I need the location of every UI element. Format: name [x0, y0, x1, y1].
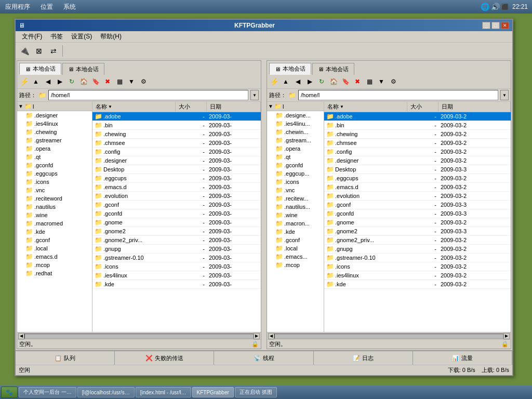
tree-item-macromed-l[interactable]: 📁 .macromed	[17, 219, 92, 228]
tree-item-vnc-l[interactable]: 📁 .vnc	[17, 186, 92, 194]
right-home-btn[interactable]: 🏠	[328, 76, 339, 87]
tree-item-redhat-l[interactable]: 📁 .redhat	[17, 269, 92, 277]
right-cancel-btn[interactable]: ✖	[352, 76, 363, 87]
right-hscroll-left[interactable]: ◀	[268, 333, 274, 339]
tree-item-mcop-l[interactable]: 📁 .mcop	[17, 261, 92, 269]
tree-item-eggcups-l[interactable]: 📁 .eggcups	[17, 169, 92, 178]
tab-failed-transfers[interactable]: ❌ 失败的传送	[115, 351, 214, 365]
tree-item-emacs-r[interactable]: 📁 .emacs...	[267, 252, 324, 261]
left-hscroll[interactable]: ◀ ▶	[17, 332, 261, 339]
left-file-row-icons[interactable]: 📁.icons - 2009-03-	[92, 262, 261, 271]
right-file-row-config[interactable]: 📁.config - 2009-03-2	[324, 148, 511, 156]
left-tree-expand[interactable]: ▼	[18, 103, 23, 109]
left-tab-1[interactable]: 🖥 本地会话	[19, 63, 61, 75]
right-file-row-adobe[interactable]: 📁.adobe - 2009-03-2	[324, 112, 511, 121]
tree-item-ies4linux-r[interactable]: 📁 .ies4linu...	[267, 119, 324, 128]
left-file-row-kde[interactable]: 📁.kde - 2009-03-	[92, 280, 261, 289]
tree-item-opera-l[interactable]: 📁 .opera	[17, 144, 92, 153]
tree-item-nautilus-l[interactable]: 📁 .nautilus	[17, 203, 92, 211]
left-up-btn[interactable]: ▲	[30, 76, 42, 87]
left-file-row-adobe[interactable]: 📁.adobe - 2009-03-	[92, 112, 261, 121]
right-address-input[interactable]	[298, 90, 498, 100]
right-hscroll-track[interactable]	[274, 334, 503, 339]
left-hscroll-left[interactable]: ◀	[18, 333, 24, 339]
right-col-size-header[interactable]: 大小	[407, 102, 438, 112]
tree-item-mcop-r[interactable]: 📁 .mcop	[267, 261, 324, 269]
right-tab-2[interactable]: 🖥 本地会话	[312, 63, 354, 75]
tree-item-gconf-l[interactable]: 📁 .gconf	[17, 236, 92, 244]
left-file-row-config[interactable]: 📁.config - 2009-03-	[92, 148, 261, 156]
right-bookmark-btn[interactable]: 🔖	[340, 76, 351, 87]
right-file-row-chmsee[interactable]: 📁.chmsee - 2009-03-2	[324, 139, 511, 148]
disconnect-button[interactable]: ⊠	[32, 44, 46, 58]
left-file-row-gconfd[interactable]: 📁.gconfd - 2009-03-	[92, 209, 261, 218]
right-tree-scroll[interactable]: 📁 .designe... 📁 .ies4linu... 📁 .chewin..…	[267, 111, 324, 332]
tree-item-designer-r[interactable]: 📁 .designe...	[267, 111, 324, 119]
tree-item-icons-l[interactable]: 📁 .icons	[17, 178, 92, 186]
right-file-row-eggcups[interactable]: 📁.eggcups - 2009-03-2	[324, 174, 511, 183]
tree-item-emacsd-l[interactable]: 📁 .emacs.d	[17, 252, 92, 261]
tree-item-eggcups-r[interactable]: 📁 .eggcup...	[267, 169, 324, 178]
left-file-row-gnome2[interactable]: 📁.gnome2 - 2009-03-	[92, 227, 261, 236]
right-hscroll-right[interactable]: ▶	[503, 333, 510, 339]
left-file-row-desktop[interactable]: 📁Desktop - 2009-03-	[92, 165, 261, 174]
left-file-row-chewing[interactable]: 📁.chewing - 2009-03-	[92, 130, 261, 139]
right-file-row-gnome2[interactable]: 📁.gnome2 - 2009-03-3	[324, 227, 511, 236]
right-address-dropdown[interactable]: ▼	[500, 90, 509, 100]
left-file-list[interactable]: 名称 ▼ 大小 日期 📁.adobe - 20	[92, 102, 261, 332]
tree-item-wine-r[interactable]: 📁 .wine	[267, 211, 324, 219]
tree-item-chewing-l[interactable]: 📁 .chewing	[17, 128, 92, 136]
minimize-button[interactable]: _	[482, 22, 490, 29]
tree-item-gstreamer-l[interactable]: 📁 .gstreamer	[17, 136, 92, 144]
left-tree-scroll[interactable]: 📁 .designer 📁 .ies4linux 📁 .chewing	[17, 111, 92, 332]
menu-settings[interactable]: 设置(S)	[67, 31, 96, 42]
right-file-list[interactable]: 名称 ▼ 大小 日期 📁.adobe - 2009-03-2	[324, 102, 511, 332]
left-col-size-header[interactable]: 大小	[176, 102, 207, 112]
left-file-row-gstreamer[interactable]: 📁.gstreamer-0.10 - 2009-03-	[92, 254, 261, 262]
tree-item-local-l[interactable]: 📁 .local	[17, 244, 92, 252]
right-view-btn[interactable]: ▦	[364, 76, 375, 87]
right-hscroll[interactable]: ◀ ▶	[267, 332, 511, 339]
right-file-row-bin[interactable]: 📁.bin - 2009-03-2	[324, 121, 511, 130]
left-forward-btn[interactable]: ▶	[54, 76, 65, 87]
right-file-row-chewing[interactable]: 📁.chewing - 2009-03-2	[324, 130, 511, 139]
tree-item-gconfd-r[interactable]: 📁 .gconfd	[267, 161, 324, 169]
connect-button[interactable]: 🔌	[18, 44, 31, 58]
left-hscroll-track[interactable]	[24, 334, 254, 339]
right-back-btn[interactable]: ◀	[292, 76, 303, 87]
left-address-dropdown[interactable]: ▼	[250, 90, 259, 100]
tree-item-qt-r[interactable]: 📁 .qt	[267, 153, 324, 161]
right-file-row-desktop[interactable]: 📁Desktop - 2009-03-3	[324, 165, 511, 174]
left-back-btn[interactable]: ◀	[42, 76, 54, 87]
tree-item-gconfd-l[interactable]: 📁 .gconfd	[17, 161, 92, 169]
tab-queue[interactable]: 📋 队列	[16, 351, 115, 365]
right-file-row-gstreamer[interactable]: 📁.gstreamer-0.10 - 2009-03-2	[324, 254, 511, 262]
tree-item-wine-l[interactable]: 📁 .wine	[17, 211, 92, 219]
left-view-btn[interactable]: ▦	[114, 76, 125, 87]
left-cancel-btn[interactable]: ✖	[102, 76, 113, 87]
right-file-row-gnome2priv[interactable]: 📁.gnome2_priv... - 2009-03-2	[324, 236, 511, 245]
right-file-row-icons[interactable]: 📁.icons - 2009-03-2	[324, 262, 511, 271]
tree-item-icons-r[interactable]: 📁 .icons	[267, 178, 324, 186]
right-filter-btn[interactable]: ▼	[376, 76, 387, 87]
right-file-row-gnome[interactable]: 📁.gnome - 2009-03-2	[324, 218, 511, 227]
left-col-date-header[interactable]: 日期	[207, 102, 261, 112]
right-file-row-ies4linux[interactable]: 📁.ies4linux - 2009-03-2	[324, 271, 511, 280]
transfer-button[interactable]: ⇄	[47, 44, 60, 58]
left-bookmark-btn[interactable]: 🔖	[90, 76, 101, 87]
left-col-name-header[interactable]: 名称 ▼	[92, 102, 176, 112]
tree-item-nautilus-r[interactable]: 📁 .nautilus...	[267, 203, 324, 211]
taskbar-app-editor[interactable]: [index.html - /usr/l…	[136, 387, 191, 397]
tree-item-gconf-r[interactable]: 📁 .gconf	[267, 236, 324, 244]
menu-bookmarks[interactable]: 书签	[46, 31, 67, 42]
left-filter-btn[interactable]: ▼	[126, 76, 137, 87]
top-menu-system[interactable]: 系统	[60, 2, 79, 12]
tab-traffic[interactable]: 📊 流量	[413, 351, 512, 365]
left-tab-2[interactable]: 🖥 本地会话	[62, 63, 104, 75]
right-file-row-designer[interactable]: 📁.designer - 2009-03-2	[324, 156, 511, 165]
menu-file[interactable]: 文件(F)	[18, 31, 46, 42]
left-file-row-gnome2priv[interactable]: 📁.gnome2_priv... - 2009-03-	[92, 236, 261, 245]
right-col-date-header[interactable]: 日期	[438, 102, 511, 112]
right-forward-btn[interactable]: ▶	[304, 76, 315, 87]
tree-item-recitew-r[interactable]: 📁 .recitew...	[267, 194, 324, 203]
